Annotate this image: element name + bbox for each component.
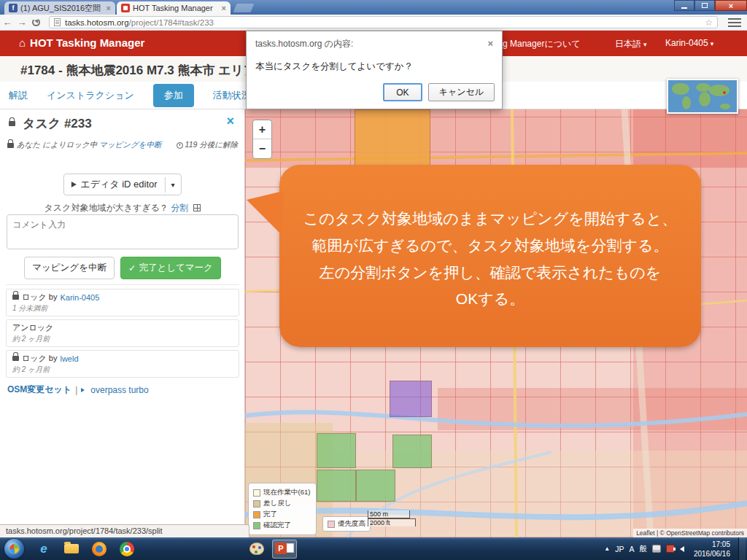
priority-legend: 優先度高 (322, 516, 371, 532)
dialog-buttons: OK キャンセル (383, 83, 495, 101)
window-controls: × (674, 0, 747, 11)
refresh-button[interactable] (32, 18, 40, 26)
task-panel: タスク #233 × あなた によりロック中 マッピングを中断 119 分後に解… (0, 109, 245, 537)
brand[interactable]: ⌂ HOT Tasking Manager (19, 36, 144, 49)
history-item: ロック bylweld 約 2 ヶ月前 (6, 350, 239, 378)
back-button[interactable]: ← (0, 18, 15, 27)
task-title-label: タスク #233 (23, 115, 92, 132)
browser-toolbar: ← → tasks.hotosm.org /project/1784#task/… (0, 15, 747, 31)
speaker-icon[interactable] (680, 546, 684, 552)
tab-close-icon[interactable]: × (107, 4, 111, 12)
stop-mapping-link[interactable]: マッピングを中断 (99, 140, 161, 150)
launch-arrow-icon (71, 182, 76, 187)
forward-button[interactable]: → (15, 18, 29, 27)
split-grid-icon (193, 204, 201, 211)
maximize-button[interactable] (694, 0, 715, 11)
legend-item: 確認完了 (253, 521, 311, 530)
project-title: #1784 - 熊本地震2016 M7.3 熊本市 エリア (20, 62, 256, 79)
history-item: ロック byKarin-0405 1 分未満前 (6, 289, 239, 316)
tray-ime-mode[interactable]: A (629, 545, 634, 553)
browser-tab-tasking-manager[interactable]: HOT Tasking Manager × (117, 1, 231, 15)
system-tray: ▲ JP A 般 17:05 2016/06/16 (604, 537, 747, 560)
taskbar-firefox-button[interactable] (87, 540, 112, 559)
facebook-favicon: f (9, 4, 18, 12)
cancel-button[interactable]: キャンセル (428, 83, 495, 101)
browser-tab-facebook[interactable]: f (1) AGU_SIS2016空間 × (4, 1, 115, 15)
browser-tab-strip: f (1) AGU_SIS2016空間 × HOT Tasking Manage… (0, 0, 747, 15)
screen: f (1) AGU_SIS2016空間 × HOT Tasking Manage… (0, 0, 747, 560)
tab-close-icon[interactable]: × (222, 4, 226, 12)
map-legend: 現在作業中(61) 差し戻し 完了 確認完了 (248, 483, 317, 535)
stop-mapping-button[interactable]: マッピングを中断 (24, 257, 115, 279)
lock-icon (12, 295, 19, 300)
task-panel-close-icon[interactable]: × (226, 114, 234, 129)
history-user-link[interactable]: Karin-0405 (60, 293, 99, 302)
taskbar-paint-button[interactable] (244, 540, 269, 559)
task-cell-validated[interactable] (392, 435, 432, 468)
osm-changesets-link[interactable]: OSM変更セット (7, 384, 71, 396)
zoom-in-button[interactable]: + (253, 120, 271, 139)
taskbar-ie-button[interactable]: e (31, 540, 56, 559)
task-cell-validated[interactable] (317, 470, 356, 502)
legend-swatch (253, 489, 260, 497)
split-link[interactable]: 分割 (171, 203, 188, 213)
done-label: 完了としてマーク (139, 262, 212, 274)
mark-done-button[interactable]: ✓ 完了としてマーク (120, 257, 221, 279)
taskbar-powerpoint-button[interactable]: P (272, 540, 297, 559)
annotation-line: OKする。 (298, 286, 682, 313)
chrome-menu-icon[interactable] (728, 18, 741, 27)
editor-label: エディタ iD editor (80, 178, 157, 191)
locked-by-label: あなた によりロック中 (17, 140, 97, 150)
address-bar[interactable]: tasks.hotosm.org /project/1784#task/233 … (49, 16, 718, 28)
tab-label: HOT Tasking Manager (133, 4, 219, 12)
tray-ime-kana[interactable]: 般 (639, 544, 647, 554)
dialog-close-icon[interactable]: × (487, 38, 493, 50)
tray-time: 17:05 (694, 540, 730, 549)
tray-clock[interactable]: 17:05 2016/06/16 (694, 540, 730, 559)
tab-description[interactable]: 解説 (9, 89, 28, 102)
keyboard-icon[interactable] (652, 545, 661, 553)
user-menu[interactable]: Karin-0405▾ (665, 38, 713, 48)
tab-label: (1) AGU_SIS2016空間 (20, 3, 104, 14)
task-cell-validated[interactable] (317, 433, 356, 468)
comment-input[interactable] (7, 214, 239, 249)
taskbar-chrome-button[interactable] (115, 540, 139, 559)
task-history: ロック byKarin-0405 1 分未満前 アンロック 約 2 ヶ月前 ロッ… (6, 289, 239, 381)
new-tab-button[interactable] (233, 4, 255, 12)
zoom-out-button[interactable]: − (253, 139, 271, 158)
check-icon: ✓ (128, 262, 136, 273)
paint-icon (249, 542, 264, 555)
close-icon: × (729, 1, 733, 10)
history-action: アンロック (12, 322, 53, 333)
editor-dropdown-toggle[interactable]: ▾ (165, 177, 181, 192)
windows-taskbar: e P ▲ JP A 般 17:05 2016/06/16 (0, 537, 747, 560)
task-panel-title: タスク #233 (9, 115, 92, 132)
tray-expand-icon[interactable]: ▲ (604, 545, 610, 552)
history-user-link[interactable]: lweld (60, 354, 78, 363)
tab-instructions[interactable]: インストラクション (47, 89, 134, 102)
taskbar-explorer-button[interactable] (59, 540, 84, 559)
task-cell-completed[interactable] (355, 109, 430, 166)
task-cell-locked[interactable] (390, 381, 432, 417)
bookmark-star-icon[interactable]: ☆ (705, 18, 713, 28)
task-cell-validated[interactable] (356, 470, 395, 502)
show-desktop-button[interactable] (738, 537, 746, 560)
ok-button[interactable]: OK (383, 83, 422, 101)
world-overview-map[interactable] (667, 79, 738, 114)
tray-language[interactable]: JP (615, 545, 624, 553)
legend-label: 差し戻し (263, 499, 291, 508)
close-window-button[interactable]: × (715, 0, 747, 11)
overpass-turbo-link[interactable]: overpass turbo (90, 385, 148, 395)
hot-favicon (121, 4, 130, 12)
tab-activity[interactable]: 活動状況 (213, 89, 251, 102)
tray-date: 2016/06/16 (694, 549, 730, 559)
language-menu[interactable]: 日本語▾ (615, 38, 647, 50)
legend-item: 完了 (253, 510, 311, 519)
open-editor-button[interactable]: エディタ iD editor (63, 174, 164, 195)
tab-contribute[interactable]: 参加 (153, 84, 194, 107)
lock-icon (12, 356, 19, 361)
minimize-button[interactable] (674, 0, 694, 11)
windows-flag-icon (9, 544, 19, 553)
start-button[interactable] (4, 539, 24, 559)
legend-item: 差し戻し (253, 499, 311, 508)
